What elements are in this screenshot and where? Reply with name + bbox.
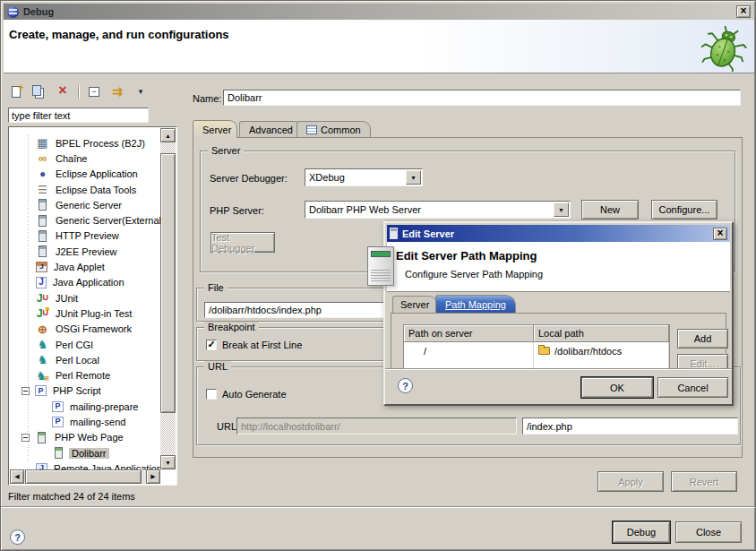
titlebar[interactable]: Debug (4, 4, 754, 20)
col-local-path[interactable]: Local path (534, 325, 669, 342)
tree-item[interactable]: Eclipse Application (10, 167, 160, 182)
toolbar-separator (78, 85, 79, 99)
dialog-tab-server[interactable]: Server (392, 296, 437, 313)
ok-button[interactable]: OK (581, 377, 653, 398)
tree-item[interactable]: mailing-send (10, 414, 160, 429)
delete-config-icon[interactable] (55, 83, 71, 99)
dialog-tab-path-mapping[interactable]: Path Mapping (435, 295, 516, 313)
close-button[interactable]: Close (675, 521, 742, 543)
tree-item[interactable]: OSGi Framework (10, 322, 160, 337)
tree-item-label: BPEL Process (B2J) (53, 138, 148, 149)
dropdown-caret-icon[interactable] (133, 83, 149, 99)
tree-item[interactable]: Chaîne (10, 151, 160, 166)
tab-common[interactable]: Common (296, 121, 371, 138)
config-toolbar (8, 82, 149, 101)
phpweb-icon (38, 432, 46, 443)
php-icon (52, 417, 64, 427)
apply-button[interactable]: Apply (597, 471, 664, 492)
debug-button[interactable]: Debug (613, 521, 670, 543)
server-icon (39, 230, 47, 242)
auto-generate-option[interactable]: Auto Generate (206, 389, 287, 400)
mapping-row[interactable]: //dolibarr/htdocs (404, 342, 669, 359)
url-base-field: http://localhostdolibarr/ (236, 418, 517, 435)
tree-item[interactable]: PHP Web Page (10, 430, 160, 445)
tree-item[interactable]: Eclipse Data Tools (10, 182, 160, 197)
tree-item[interactable]: BPEL Process (B2J) (10, 135, 160, 151)
tree-item[interactable]: Perl Remote (10, 367, 160, 383)
add-button[interactable]: Add (677, 329, 728, 349)
tree-item[interactable]: mailing-prepare (10, 399, 160, 414)
tree-item[interactable]: Perl CGI (10, 337, 160, 352)
tree-item[interactable]: Remote Java Application (10, 461, 160, 469)
col-path-on-server[interactable]: Path on server (404, 325, 534, 342)
tree-item[interactable]: Java Applet (10, 259, 160, 274)
tree-rows: BPEL Process (B2J)ChaîneEclipse Applicat… (10, 128, 160, 469)
debug-dialog-window: Debug Create, manage, and run configurat… (0, 0, 756, 551)
tree-item-label: Chaîne (53, 153, 90, 164)
php-server-select[interactable]: Dolibarr PHP Web Server (305, 201, 571, 219)
bug-icon (699, 25, 749, 72)
config-tree: BPEL Process (B2J)ChaîneEclipse Applicat… (8, 126, 177, 486)
hscroll-thumb[interactable] (25, 469, 142, 484)
checkbox-checked-icon[interactable] (206, 340, 217, 350)
chevron-down-icon[interactable] (406, 170, 421, 185)
name-input[interactable]: Dolibarr (223, 90, 741, 106)
edit-server-title: Edit Server (402, 228, 454, 239)
filter-config-icon[interactable] (109, 83, 125, 99)
expander-minus-icon[interactable] (21, 387, 30, 395)
tree-item[interactable]: PHP Script (10, 383, 160, 399)
tree-item[interactable]: Generic Server (10, 197, 160, 212)
cancel-button[interactable]: Cancel (657, 377, 728, 398)
tree-vscrollbar[interactable]: ▲ ▼ (160, 128, 176, 469)
perlr-icon (36, 369, 49, 382)
close-icon[interactable] (736, 5, 751, 18)
tree-item[interactable]: JUnit Plug-in Test (10, 306, 160, 321)
tree-hscrollbar[interactable]: ◀ ▶ (10, 469, 160, 484)
scroll-left-icon[interactable]: ◀ (10, 469, 24, 484)
url-path-field[interactable]: /index.php (522, 418, 738, 435)
close-icon[interactable] (713, 228, 727, 240)
new-server-button[interactable]: New (581, 200, 639, 220)
tab-server-label: Server (202, 125, 231, 135)
help-icon[interactable] (10, 529, 25, 545)
revert-button[interactable]: Revert (671, 471, 737, 492)
tree-item[interactable]: Generic Server(External La (10, 212, 160, 228)
edit-server-titlebar[interactable]: Edit Server (387, 225, 730, 242)
tab-server[interactable]: Server (193, 120, 237, 138)
tree-item[interactable]: JUnit (10, 290, 160, 306)
filter-input[interactable]: type filter text (8, 108, 149, 123)
tree-item-label: Eclipse Data Tools (53, 185, 139, 195)
perl-icon (36, 339, 49, 351)
new-config-icon[interactable] (8, 83, 24, 99)
chevron-down-icon[interactable] (554, 202, 569, 217)
rjava-icon (36, 463, 47, 469)
tab-common-label: Common (321, 125, 361, 135)
scroll-right-icon[interactable]: ▶ (146, 469, 160, 484)
server-icon (39, 215, 47, 227)
server-debugger-select[interactable]: XDebug (305, 168, 423, 186)
tree-item[interactable]: Java Application (10, 275, 160, 290)
datatools-icon (36, 184, 49, 196)
scroll-down-icon[interactable]: ▼ (160, 455, 176, 469)
break-first-line-option[interactable]: Break at First Line (206, 340, 302, 350)
tree-item-label: Eclipse Application (53, 168, 141, 179)
collapse-all-icon[interactable] (86, 83, 102, 99)
scroll-up-icon[interactable]: ▲ (160, 128, 176, 142)
expander-minus-icon[interactable] (21, 434, 30, 442)
tree-item[interactable]: HTTP Preview (10, 228, 160, 244)
tree-item[interactable]: Perl Local (10, 352, 160, 367)
tree-item-label: Remote Java Application (51, 463, 160, 469)
checkbox-unchecked-icon[interactable] (206, 389, 217, 400)
tree-item[interactable]: Dolibarr (10, 445, 160, 461)
filter-status: Filter matched 24 of 24 items (8, 491, 135, 502)
duplicate-config-icon[interactable] (31, 83, 47, 99)
vscroll-thumb[interactable] (160, 153, 176, 413)
tree-item[interactable]: J2EE Preview (10, 244, 160, 259)
url-group-title: URL (204, 361, 231, 372)
applet-icon (36, 262, 47, 272)
configure-button[interactable]: Configure... (651, 200, 717, 220)
osgi-icon (36, 323, 49, 335)
tab-advanced[interactable]: Advanced (239, 121, 303, 138)
help-icon[interactable] (398, 378, 413, 393)
test-debugger-button[interactable]: Test Debugger (210, 232, 275, 253)
